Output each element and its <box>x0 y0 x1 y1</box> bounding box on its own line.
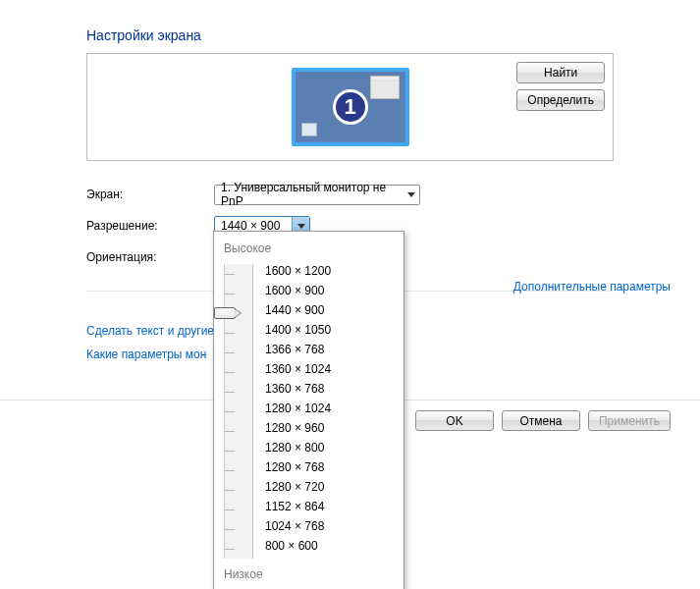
resolution-option[interactable]: 1600 × 1200 <box>265 261 394 281</box>
resolution-option[interactable]: 1360 × 1024 <box>265 359 394 379</box>
page-title: Настройки экрана <box>29 20 671 53</box>
monitor-thumbnail[interactable]: 1 <box>292 68 409 146</box>
resolution-option[interactable]: 1360 × 768 <box>265 379 394 399</box>
display-dropdown-value: 1. Универсальный монитор не PnP <box>221 181 407 208</box>
advanced-settings-link[interactable]: Дополнительные параметры <box>513 280 671 294</box>
resolution-option[interactable]: 1280 × 768 <box>265 457 394 477</box>
resolution-slider-track[interactable] <box>224 264 253 559</box>
resolution-option[interactable]: 1280 × 1024 <box>265 399 394 418</box>
resolution-high-label: Высокое <box>224 241 394 255</box>
monitor-number-badge: 1 <box>333 89 368 125</box>
resolution-option[interactable]: 1280 × 800 <box>265 438 394 457</box>
ok-button[interactable]: OK <box>415 410 494 431</box>
find-button[interactable]: Найти <box>516 62 605 83</box>
resolution-option[interactable]: 800 × 600 <box>265 536 394 556</box>
resolution-option[interactable]: 1400 × 1050 <box>265 320 394 340</box>
desktop-item-icon <box>301 123 317 136</box>
identify-button[interactable]: Определить <box>516 89 605 111</box>
resolution-option[interactable]: 1280 × 720 <box>265 477 394 497</box>
window-icon <box>370 76 400 99</box>
resolution-option[interactable]: 1366 × 768 <box>265 340 394 359</box>
resolution-option-list: 1600 × 12001600 × 9001440 × 9001400 × 10… <box>253 261 394 562</box>
resolution-slider-thumb[interactable] <box>214 307 236 319</box>
label-resolution: Разрешение: <box>86 219 214 233</box>
label-display: Экран: <box>86 187 214 201</box>
resolution-low-label: Низкое <box>224 567 394 581</box>
resolution-option[interactable]: 1024 × 768 <box>265 516 394 536</box>
chevron-down-icon <box>407 192 415 197</box>
resolution-option[interactable]: 1440 × 900 <box>265 300 394 320</box>
resolution-popup: Высокое 1600 × 12001600 × 9001440 × 9001… <box>213 231 404 589</box>
label-orientation: Ориентация: <box>86 250 214 264</box>
display-dropdown[interactable]: 1. Универсальный монитор не PnP <box>214 185 420 205</box>
chevron-down-icon <box>297 224 305 229</box>
display-preview-box: 1 Найти Определить <box>86 53 614 161</box>
resolution-option[interactable]: 1280 × 960 <box>265 418 394 438</box>
apply-button[interactable]: Применить <box>588 410 671 431</box>
cancel-button[interactable]: Отмена <box>502 410 580 431</box>
resolution-option[interactable]: 1152 × 864 <box>265 497 394 516</box>
resolution-option[interactable]: 1600 × 900 <box>265 281 394 300</box>
